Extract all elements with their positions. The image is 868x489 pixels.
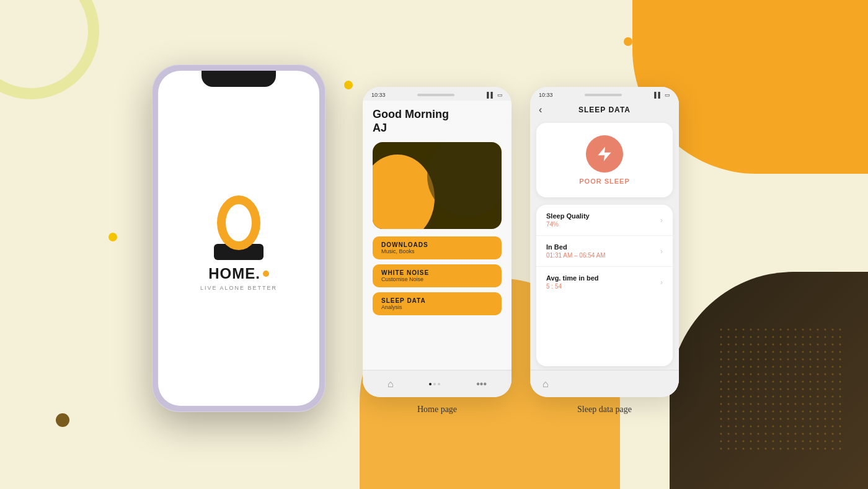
sleep-status-bar: 10:33 ▌▌ ▭ <box>530 87 679 101</box>
home-content: Good Morning AJ DOWNLOADS Music, Books <box>363 101 512 370</box>
whitenoise-subtitle: Customise Noise <box>381 276 493 282</box>
sleepdata-title: SLEEP DATA <box>381 297 493 304</box>
in-bed-title: In Bed <box>546 243 606 251</box>
home-screen: 10:33 ▌▌ ▭ Good Morning AJ <box>363 87 512 397</box>
sleep-quality-info: Sleep Quality 74% <box>546 212 590 228</box>
home-status-icons: ▌▌ ▭ <box>487 92 503 98</box>
greeting-line2: AJ <box>373 122 502 135</box>
downloads-title: DOWNLOADS <box>381 241 493 248</box>
home-banner <box>373 142 502 229</box>
whitenoise-title: WHITE NOISE <box>381 269 493 276</box>
sleep-signal-icon: ▌▌ <box>654 92 662 98</box>
avg-time-arrow: › <box>660 278 663 287</box>
logo-icon <box>208 186 270 260</box>
more-icon[interactable]: ••• <box>476 379 487 390</box>
sleep-quality-arrow: › <box>660 216 663 225</box>
in-bed-value: 01:31 AM – 06:54 AM <box>546 252 606 259</box>
menu-btn-sleepdata[interactable]: SLEEP DATA Analysis <box>373 292 502 315</box>
screens-container: 10:33 ▌▌ ▭ Good Morning AJ <box>363 87 679 415</box>
sleep-quality-item[interactable]: Sleep Quality 74% › <box>536 205 673 236</box>
logo-oval <box>217 195 260 250</box>
battery-icon: ▭ <box>497 92 503 98</box>
poor-sleep-label: POOR SLEEP <box>579 177 630 185</box>
avg-time-info: Avg. time in bed 5 : 54 <box>546 274 599 290</box>
signal-icon: ▌▌ <box>487 92 495 98</box>
sleep-poor-card: POOR SLEEP <box>536 123 673 197</box>
menu-buttons: DOWNLOADS Music, Books WHITE NOISE Custo… <box>373 236 502 315</box>
menu-btn-downloads[interactable]: DOWNLOADS Music, Books <box>373 236 502 259</box>
sleep-header: ‹ SLEEP DATA <box>530 101 679 119</box>
sleep-page-title: SLEEP DATA <box>578 105 631 114</box>
home-greeting: Good Morning AJ <box>373 108 502 135</box>
dot-2 <box>438 383 440 385</box>
sleep-status-icons: ▌▌ ▭ <box>654 92 670 98</box>
menu-btn-whitenoise[interactable]: WHITE NOISE Customise Noise <box>373 264 502 287</box>
sleep-screen-label: Sleep data page <box>577 405 632 415</box>
sleep-data-list: Sleep Quality 74% › In Bed 01:31 AM – 06… <box>536 205 673 366</box>
sleep-status-time: 10:33 <box>539 92 553 98</box>
home-bottom-bar: ⌂ ••• <box>363 370 512 397</box>
back-button[interactable]: ‹ <box>539 104 542 115</box>
sleep-home-icon[interactable]: ⌂ <box>542 379 549 390</box>
banner-wave-dark <box>427 142 502 217</box>
in-bed-item[interactable]: In Bed 01:31 AM – 06:54 AM › <box>536 236 673 267</box>
home-screen-wrapper: 10:33 ▌▌ ▭ Good Morning AJ <box>363 87 512 415</box>
sleep-status-signal-bar <box>585 94 622 96</box>
phone-tagline: LIVE ALONE BETTER <box>200 285 277 291</box>
in-bed-arrow: › <box>660 247 663 256</box>
home-icon[interactable]: ⌂ <box>388 379 394 390</box>
sleep-quality-title: Sleep Quality <box>546 212 590 220</box>
in-bed-info: In Bed 01:31 AM – 06:54 AM <box>546 243 606 259</box>
pagination-dots <box>429 383 440 385</box>
sleepdata-subtitle: Analysis <box>381 304 493 310</box>
dot-active <box>429 383 432 385</box>
home-screen-label: Home page <box>417 405 457 415</box>
sleep-battery-icon: ▭ <box>665 92 670 98</box>
main-content: HOME. LIVE ALONE BETTER 10:33 ▌▌ ▭ <box>0 0 868 489</box>
sleep-screen: 10:33 ▌▌ ▭ ‹ SLEEP DATA <box>530 87 679 397</box>
avg-time-value: 5 : 54 <box>546 283 599 290</box>
phone-logo-area: HOME. LIVE ALONE BETTER <box>200 186 277 291</box>
downloads-subtitle: Music, Books <box>381 248 493 254</box>
sleep-screen-wrapper: 10:33 ▌▌ ▭ ‹ SLEEP DATA <box>530 87 679 415</box>
avg-time-title: Avg. time in bed <box>546 274 599 282</box>
phone-inner-screen: HOME. LIVE ALONE BETTER <box>158 71 319 406</box>
avg-time-item[interactable]: Avg. time in bed 5 : 54 › <box>536 267 673 297</box>
sleep-status-icon <box>586 135 623 173</box>
home-status-time: 10:33 <box>371 92 386 98</box>
phone-notch <box>202 71 276 87</box>
banner-wave-orange <box>373 155 435 229</box>
home-status-signal-bar <box>417 94 454 96</box>
phone-mockup: HOME. LIVE ALONE BETTER <box>152 65 326 412</box>
sleep-quality-value: 74% <box>546 221 590 228</box>
greeting-line1: Good Morning <box>373 108 502 122</box>
logo-text: HOME. <box>208 265 260 282</box>
dot-1 <box>433 383 436 385</box>
home-status-bar: 10:33 ▌▌ ▭ <box>363 87 512 101</box>
phone-outer-frame: HOME. LIVE ALONE BETTER <box>152 65 326 412</box>
sleep-bottom-bar: ⌂ <box>530 370 679 397</box>
logo-dot <box>263 271 269 277</box>
lightning-icon <box>596 145 613 163</box>
